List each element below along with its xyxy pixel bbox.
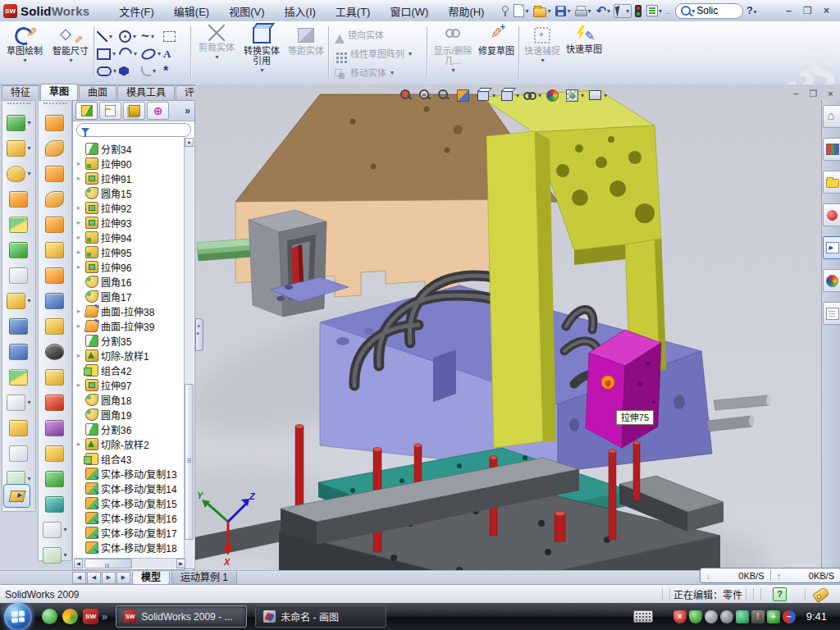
feature-tree-item[interactable]: 圆角16 [75, 274, 194, 289]
doc-restore-button[interactable]: ❐ [806, 89, 820, 100]
view-orientation-icon[interactable]: ▾ [475, 88, 496, 103]
solidworks-quicklaunch-icon[interactable]: SW [83, 609, 98, 624]
feature-tree-item[interactable]: 实体-移动/复制14 [75, 481, 194, 495]
panel-overflow-chevron[interactable]: » [185, 105, 192, 116]
mirror-entities-button[interactable]: 镜向实体 [335, 26, 384, 43]
ruled-surface-icon[interactable] [39, 288, 71, 313]
line-icon[interactable]: ▾ [97, 28, 119, 45]
antivirus-shield-icon[interactable]: × [673, 610, 687, 623]
doc-close-button[interactable]: × [824, 89, 838, 100]
feature-tree-item[interactable]: 圆角17 [75, 289, 194, 304]
expand-arrow[interactable]: ▸ [75, 440, 83, 448]
tooling-split-icon[interactable] [39, 491, 71, 517]
new-document-button[interactable]: ▾ [512, 3, 530, 18]
health-shield-icon[interactable]: + [767, 610, 780, 623]
revolved-cut-icon[interactable] [2, 237, 35, 262]
mold-curves-icon[interactable]: ▾ [39, 542, 71, 568]
parting-lines-icon[interactable] [39, 415, 71, 441]
circle-icon[interactable]: ▾ [119, 28, 141, 45]
help-button[interactable]: ?▾ [745, 5, 758, 16]
pin-toolbar-button[interactable] [499, 4, 510, 17]
corner-rectangle-icon[interactable]: ▾ [97, 45, 119, 62]
sketch-button[interactable]: 草图绘制▾ [3, 25, 46, 64]
feature-tree-item[interactable]: ▸ 拉伸95 [75, 244, 194, 259]
options-button[interactable]: ▾ [645, 4, 664, 17]
polygon-icon[interactable] [119, 62, 141, 80]
linear-sketch-pattern-button[interactable]: 线性草图阵列▾ [335, 45, 412, 62]
planar-surface-icon[interactable] [39, 262, 71, 288]
scroll-thumb[interactable] [185, 384, 194, 540]
tree-horizontal-scrollbar[interactable]: ◀ ▶ [74, 558, 185, 568]
viewport-3d[interactable]: φ [195, 84, 840, 570]
section-view-icon[interactable] [455, 88, 472, 103]
feature-tree-item[interactable]: ▸ 拉伸93 [75, 215, 194, 230]
propertymanager-tab[interactable] [99, 102, 121, 120]
expand-arrow[interactable]: ▸ [75, 174, 83, 182]
messenger-quicklaunch-icon[interactable] [42, 609, 57, 624]
feature-tree-item[interactable]: 实体-移动/复制13 [75, 466, 194, 481]
menu-item[interactable]: 窗口(W) [380, 1, 438, 21]
rib-icon[interactable] [2, 313, 35, 339]
feature-tree-item[interactable]: ▸ 拉伸90 [75, 156, 194, 171]
menu-item[interactable]: 工具(T) [326, 1, 381, 21]
sketch-text-icon[interactable] [163, 45, 185, 62]
parting-surfaces-icon[interactable] [39, 466, 71, 491]
undo-button[interactable]: ↶▾ [594, 5, 612, 16]
hole-wizard-icon[interactable] [2, 262, 35, 288]
feature-tree-item[interactable]: ▸ 切除-放样1 [75, 348, 194, 363]
feature-tree-item[interactable]: ▸ 拉伸97 [75, 377, 194, 392]
feature-tree-item[interactable]: ▸ 曲面-拉伸39 [75, 318, 194, 333]
ellipse-icon[interactable]: ▾ [141, 45, 163, 62]
view-settings-icon[interactable]: ▾ [587, 87, 608, 103]
search-input[interactable] [695, 4, 737, 17]
model-tab-last-button[interactable]: ▶ [116, 572, 130, 584]
mold-folders-icon[interactable] [39, 110, 71, 135]
repair-sketch-button[interactable]: ✎ 修复草图 [477, 25, 515, 56]
display-style-icon[interactable]: ▾ [499, 88, 520, 103]
design-library-tab[interactable] [823, 138, 840, 161]
print-button[interactable]: ▾ [573, 5, 592, 16]
knit-surface-icon[interactable] [39, 313, 71, 339]
taskbar-window-button[interactable]: 未命名 - 画图 [255, 605, 386, 628]
custom-properties-tab[interactable] [823, 302, 840, 325]
feature-tree-item[interactable]: 分割34 [75, 141, 194, 156]
security-shield-icon[interactable] [689, 610, 702, 623]
feature-tree-item[interactable]: ▸ 拉伸96 [75, 259, 194, 274]
trim-entities-button[interactable]: 剪裁实体▾ [197, 25, 236, 61]
convert-entities-button[interactable]: 转换实体引用▾ [240, 25, 284, 74]
menu-item[interactable]: 编辑(E) [164, 1, 219, 21]
point-icon[interactable] [163, 62, 185, 80]
extruded-cut-icon[interactable] [2, 212, 35, 237]
section-view-button[interactable] [3, 484, 30, 508]
fillet-icon[interactable]: ▾ [2, 161, 35, 186]
feature-tree-item[interactable]: ▸ 切除-放样2 [75, 436, 194, 451]
close-button[interactable]: × [819, 5, 833, 17]
shut-off-surfaces-icon[interactable] [39, 441, 71, 466]
delete-face-icon[interactable] [39, 339, 71, 364]
linear-pattern-icon[interactable]: ▾ [2, 288, 35, 313]
feature-tree-item[interactable]: 分割35 [75, 333, 194, 348]
start-button[interactable] [4, 603, 32, 630]
feature-tree-item[interactable]: ▸ 拉伸91 [75, 171, 194, 185]
quick-snaps-button[interactable]: 快速捕捉▾ [523, 25, 561, 64]
revolved-boss-icon[interactable]: ▾ [2, 135, 35, 161]
macro-toolbar-button[interactable] [633, 4, 643, 18]
zoom-to-area-icon[interactable] [418, 88, 434, 103]
configurationmanager-tab[interactable] [123, 102, 145, 120]
feature-tree-item[interactable]: 实体-移动/复制15 [75, 495, 194, 510]
centerpoint-arc-icon[interactable]: ▾ [119, 45, 141, 62]
open-button[interactable]: ▾ [532, 4, 552, 18]
zoom-to-fit-icon[interactable] [399, 88, 415, 103]
scroll-up-button[interactable]: ▲ [185, 138, 194, 147]
chamfer-icon[interactable] [2, 186, 35, 212]
extruded-boss-icon[interactable]: ▾ [2, 110, 35, 135]
hscroll-thumb[interactable] [84, 559, 132, 568]
minimize-button[interactable]: – [782, 5, 796, 17]
expand-arrow[interactable]: ▸ [75, 233, 83, 241]
volume-icon[interactable] [720, 610, 733, 623]
expand-arrow[interactable]: ▸ [75, 218, 83, 226]
feature-tree-item[interactable]: ▸ 曲面-拉伸38 [75, 304, 194, 318]
display-delete-relations-button[interactable]: 显示/删除几...▾ [431, 25, 474, 74]
offset-entities-button[interactable]: 等距实体 [287, 25, 325, 56]
appearances-scenes-tab[interactable] [823, 269, 840, 292]
